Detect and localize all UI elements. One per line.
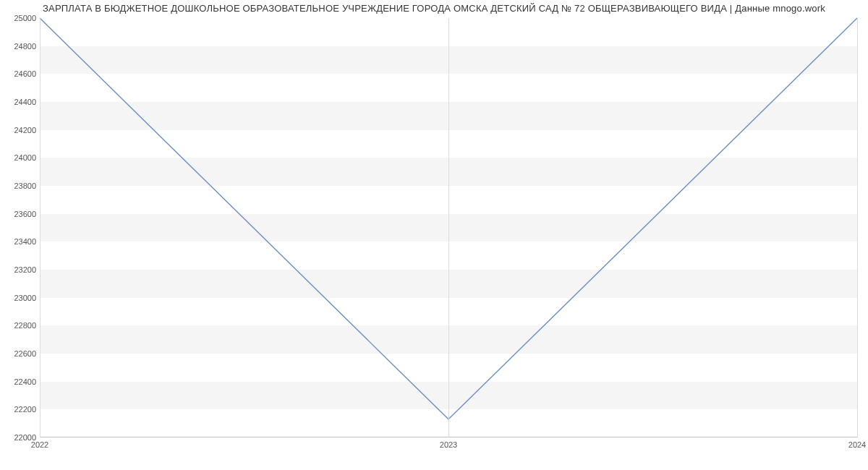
- y-tick-label: 22600: [7, 349, 36, 358]
- y-tick-label: 22800: [7, 321, 36, 330]
- y-tick-label: 22200: [7, 405, 36, 414]
- y-tick-label: 24000: [7, 153, 36, 162]
- chart-title: ЗАРПЛАТА В БЮДЖЕТНОЕ ДОШКОЛЬНОЕ ОБРАЗОВА…: [0, 3, 868, 14]
- x-tick-label: 2022: [31, 440, 48, 449]
- chart-container: ЗАРПЛАТА В БЮДЖЕТНОЕ ДОШКОЛЬНОЕ ОБРАЗОВА…: [0, 0, 868, 470]
- y-tick-label: 24600: [7, 69, 36, 78]
- x-gridline: [448, 18, 449, 437]
- y-tick-label: 24400: [7, 98, 36, 106]
- x-gridline: [40, 18, 41, 437]
- y-tick-label: 22400: [7, 377, 36, 386]
- plot-area: [40, 18, 857, 437]
- y-tick-label: 25000: [7, 14, 36, 22]
- y-tick-label: 23400: [7, 237, 36, 246]
- y-tick-label: 23800: [7, 181, 36, 190]
- y-tick-label: 24200: [7, 126, 36, 134]
- y-tick-label: 23000: [7, 294, 36, 302]
- y-tick-label: 23600: [7, 210, 36, 218]
- y-tick-label: 23200: [7, 265, 36, 274]
- x-tick-label: 2024: [848, 440, 866, 449]
- y-tick-label: 24800: [7, 42, 36, 51]
- x-tick-label: 2023: [440, 440, 457, 449]
- x-gridline: [857, 18, 858, 437]
